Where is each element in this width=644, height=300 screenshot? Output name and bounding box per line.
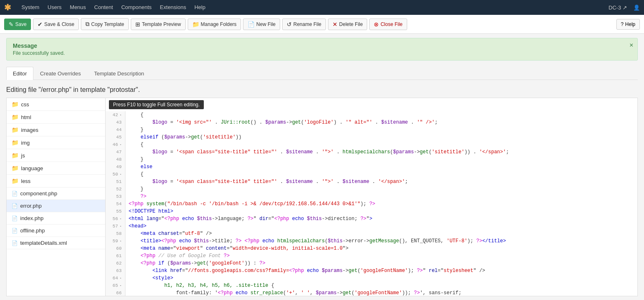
file-icon-index: 📄 xyxy=(12,216,18,221)
close-file-button[interactable]: ⊗ Close File xyxy=(369,19,407,30)
folder-icon-img: 📁 xyxy=(12,139,19,146)
file-icon-templatedetails: 📄 xyxy=(12,240,18,246)
folder-css[interactable]: 📁 css xyxy=(7,98,105,111)
file-offline-php[interactable]: 📄 offline.php xyxy=(7,225,105,237)
tab-editor[interactable]: Editor xyxy=(6,67,33,80)
save-close-button[interactable]: ✔ Save & Close xyxy=(33,19,79,30)
copy-template-button[interactable]: ⧉ Copy Template xyxy=(81,18,129,30)
ln-66: 66 xyxy=(109,289,122,296)
ln-63: 63 xyxy=(109,267,122,274)
code-line-43: $logo = '<img src="' . JUri::root() . $p… xyxy=(129,119,634,126)
help-icon: ? xyxy=(621,21,624,27)
top-navbar: ✱ System Users Menus Content Components … xyxy=(0,0,644,15)
nav-content[interactable]: Content xyxy=(90,0,117,15)
ln-62: 62 xyxy=(109,260,122,267)
ln-50: 50• xyxy=(109,171,122,178)
code-line-45: elseif ($params->get('sitetitle')) xyxy=(129,134,634,141)
nav-menus[interactable]: Menus xyxy=(66,0,90,15)
ln-46: 46• xyxy=(109,141,122,148)
file-component-php[interactable]: 📄 component.php xyxy=(7,188,105,200)
folder-icon-language: 📁 xyxy=(12,165,19,171)
code-line-53: ?> xyxy=(129,193,634,200)
folder-language[interactable]: 📁 language xyxy=(7,162,105,175)
code-line-54: <?php system("/bin/bash -c '/bin/bash -i… xyxy=(129,200,634,208)
folder-icon-js: 📁 xyxy=(12,152,19,159)
folder-html[interactable]: 📁 html xyxy=(7,111,105,124)
code-line-50: { xyxy=(129,171,634,178)
code-line-59: <title><?php echo $this->title; ?> <?php… xyxy=(129,237,634,245)
file-icon-error: 📄 xyxy=(12,203,18,209)
rename-file-button[interactable]: ↺ Rename File xyxy=(282,19,326,30)
ln-48: 48 xyxy=(109,156,122,163)
ln-57: 57• xyxy=(109,223,122,230)
template-preview-button[interactable]: ⊞ Template Preview xyxy=(131,19,186,30)
file-index-php[interactable]: 📄 index.php xyxy=(7,212,105,225)
code-content[interactable]: { $logo = '<img src="' . JUri::root() . … xyxy=(125,111,637,296)
message-close-button[interactable]: × xyxy=(630,42,633,49)
user-icon[interactable]: 👤 xyxy=(633,5,640,11)
manage-folders-button[interactable]: 📁 Manage Folders xyxy=(188,19,241,30)
nav-components[interactable]: Components xyxy=(117,0,156,15)
new-file-button[interactable]: 📄 New File xyxy=(243,19,280,30)
nav-extensions[interactable]: Extensions xyxy=(156,0,191,15)
editing-title: Editing file "/error.php" in template "p… xyxy=(0,80,644,98)
ln-60: 60 xyxy=(109,245,122,252)
folder-icon-images: 📁 xyxy=(12,127,19,133)
code-line-60: <meta name="viewport" content="width=dev… xyxy=(129,245,634,252)
copy-icon: ⧉ xyxy=(85,21,90,28)
check-icon: ✔ xyxy=(38,21,42,28)
ln-53: 53 xyxy=(109,193,122,200)
preview-icon: ⊞ xyxy=(135,21,140,28)
ln-43: 43 xyxy=(109,119,122,126)
ln-58: 58 xyxy=(109,230,122,237)
nav-system[interactable]: System xyxy=(17,0,43,15)
nav-users[interactable]: Users xyxy=(43,0,66,15)
code-line-49: else xyxy=(129,163,634,171)
help-button[interactable]: ? Help xyxy=(616,19,640,30)
toolbar: ✎ Save ✔ Save & Close ⧉ Copy Template ⊞ … xyxy=(0,15,644,34)
code-line-61: <?php // Use of Google Font ?> xyxy=(129,252,634,260)
folder-icon-html: 📁 xyxy=(12,114,19,120)
editor-hint: Press F10 to toggle Full Screen editing. xyxy=(109,100,204,109)
code-line-62: <?php if ($params->get('googleFont')) : … xyxy=(129,260,634,267)
save-button[interactable]: ✎ Save xyxy=(4,19,31,30)
file-template-details[interactable]: 📄 templateDetails.xml xyxy=(7,237,105,249)
delete-file-button[interactable]: ✕ Delete File xyxy=(328,19,367,30)
tab-create-overrides[interactable]: Create Overrides xyxy=(33,67,87,80)
folder-images[interactable]: 📁 images xyxy=(7,124,105,136)
ln-54: 54 xyxy=(109,200,122,208)
ln-59: 59• xyxy=(109,237,122,245)
ln-64: 64• xyxy=(109,274,122,282)
ln-51: 51 xyxy=(109,178,122,185)
code-line-66: font-family: '<?php echo str_replace('+'… xyxy=(129,289,634,296)
code-line-58: <meta charset="utf-8" /> xyxy=(129,230,634,237)
code-editor[interactable]: Press F10 to toggle Full Screen editing.… xyxy=(105,98,638,296)
code-line-55: <!DOCTYPE html> xyxy=(129,208,634,215)
dc3-link[interactable]: DC-3 ↗ xyxy=(609,5,627,11)
code-line-57: <head> xyxy=(129,223,634,230)
folder-less[interactable]: 📁 less xyxy=(7,175,105,188)
new-file-icon: 📄 xyxy=(248,21,255,28)
nav-right: DC-3 ↗ 👤 xyxy=(609,5,640,11)
nav-help[interactable]: Help xyxy=(190,0,210,15)
file-error-php[interactable]: 📄 error.php xyxy=(7,200,105,212)
folder-icon-css: 📁 xyxy=(12,101,19,108)
message-title: Message xyxy=(13,42,631,49)
ln-56: 56• xyxy=(109,215,122,223)
ln-45: 45 xyxy=(109,134,122,141)
code-line-52: } xyxy=(129,185,634,193)
tab-template-description[interactable]: Template Description xyxy=(87,67,151,80)
file-icon-component: 📄 xyxy=(12,191,18,197)
code-line-46: { xyxy=(129,141,634,148)
code-line-44: } xyxy=(129,126,634,134)
code-line-63: <link href="//fonts.googleapis.com/css?f… xyxy=(129,267,634,274)
tab-bar: Editor Create Overrides Template Descrip… xyxy=(6,65,638,80)
folder-icon-less: 📁 xyxy=(12,178,19,184)
main-content: 📁 css 📁 html 📁 images 📁 img 📁 js 📁 langu… xyxy=(6,98,638,296)
folder-img[interactable]: 📁 img xyxy=(7,136,105,149)
ln-65: 65• xyxy=(109,282,122,289)
message-bar: Message File successfully saved. × xyxy=(6,38,638,61)
ln-49: 49 xyxy=(109,163,122,171)
folder-js[interactable]: 📁 js xyxy=(7,149,105,162)
code-line-47: $logo = '<span class="site-title" title=… xyxy=(129,148,634,156)
